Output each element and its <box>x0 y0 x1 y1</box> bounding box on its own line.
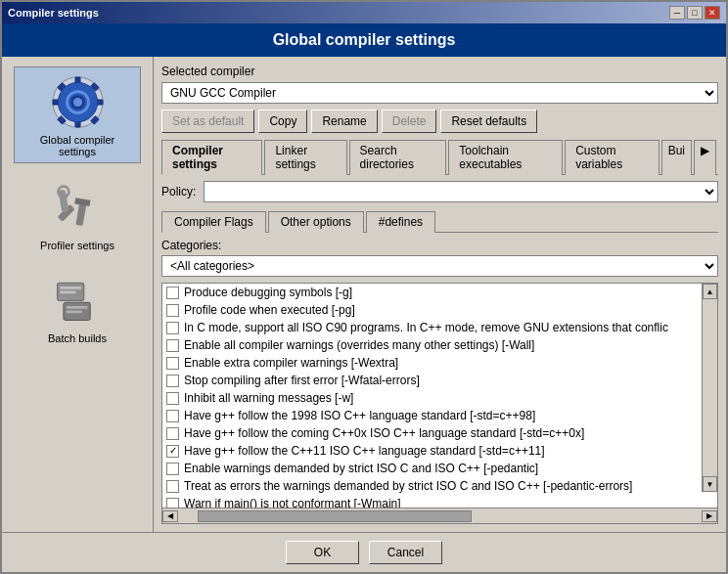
svg-rect-20 <box>60 290 75 293</box>
sidebar: Global compilersettings <box>2 57 154 532</box>
list-item[interactable]: Inhibit all warning messages [-w] <box>162 389 702 407</box>
tab-toolchain-executables[interactable]: Toolchain executables <box>448 140 563 175</box>
flag-label-pedanticerr: Treat as errors the warnings demanded by… <box>184 479 632 493</box>
set-as-default-button[interactable]: Set as default <box>161 110 254 133</box>
list-item[interactable]: Have g++ follow the C++11 ISO C++ langua… <box>162 442 702 460</box>
flag-checkbox-pedanticerr[interactable] <box>166 480 179 493</box>
tab-compiler-settings[interactable]: Compiler settings <box>161 140 262 175</box>
sub-tabs: Compiler Flags Other options #defines <box>161 210 718 233</box>
flag-label-wmain: Warn if main() is not conformant [-Wmain… <box>184 497 401 508</box>
flag-checkbox-wmain[interactable] <box>166 498 179 508</box>
scroll-up-button[interactable]: ▲ <box>703 284 717 299</box>
list-item[interactable]: Profile code when executed [-pg] <box>162 301 702 319</box>
compiler-select-section: Selected compiler GNU GCC Compiler <box>161 65 718 104</box>
categories-dropdown[interactable]: <All categories> <box>161 255 718 277</box>
categories-row: Categories: <All categories> <box>161 239 718 277</box>
cancel-button[interactable]: Cancel <box>369 541 442 564</box>
body-area: Global compilersettings <box>2 57 726 532</box>
sidebar-profiler-label: Profiler settings <box>40 240 114 251</box>
flag-label-profile: Profile code when executed [-pg] <box>184 303 355 317</box>
flag-label-cmode: In C mode, support all ISO C90 programs.… <box>184 321 668 334</box>
gear-icon <box>48 72 107 131</box>
scroll-left-button[interactable]: ◀ <box>162 510 178 522</box>
sub-tab-compiler-flags[interactable]: Compiler Flags <box>161 211 266 233</box>
page-title: Global compiler settings <box>2 23 726 57</box>
list-item[interactable]: Enable all compiler warnings (overrides … <box>162 336 702 354</box>
list-item[interactable]: Stop compiling after first error [-Wfata… <box>162 372 702 389</box>
selected-compiler-label: Selected compiler <box>161 65 718 78</box>
flag-checkbox-cpp0x[interactable] <box>166 427 179 440</box>
policy-row: Policy: <box>161 181 718 202</box>
flag-label-inhibit: Inhibit all warning messages [-w] <box>184 391 353 405</box>
flag-checkbox-fatalerr[interactable] <box>166 375 179 387</box>
sidebar-item-batch[interactable]: Batch builds <box>14 266 141 349</box>
tab-more[interactable]: Bui <box>661 140 692 175</box>
flag-label-cpp98: Have g++ follow the 1998 ISO C++ languag… <box>184 409 535 422</box>
flag-checkbox-inhibit[interactable] <box>166 392 179 405</box>
vertical-scrollbar[interactable]: ▲ ▼ <box>702 284 717 492</box>
policy-label: Policy: <box>161 185 196 199</box>
copy-button[interactable]: Copy <box>258 110 307 133</box>
window-content: Global compiler settings <box>2 23 726 572</box>
policy-dropdown[interactable] <box>204 181 718 202</box>
close-button[interactable]: ✕ <box>705 6 720 20</box>
sub-tab-defines[interactable]: #defines <box>366 211 435 233</box>
tab-custom-variables[interactable]: Custom variables <box>565 140 659 175</box>
rename-button[interactable]: Rename <box>311 110 377 133</box>
sidebar-item-global-compiler[interactable]: Global compilersettings <box>14 66 141 163</box>
flag-checkbox-pedantic[interactable] <box>166 463 179 475</box>
flag-label-pedantic: Enable warnings demanded by strict ISO C… <box>184 462 538 475</box>
tab-overflow[interactable]: ▶ <box>694 140 716 175</box>
flags-scroll-area: Produce debugging symbols [-g] Profile c… <box>162 284 717 508</box>
main-window: Compiler settings ─ □ ✕ Global compiler … <box>0 0 728 574</box>
svg-rect-19 <box>60 287 81 289</box>
list-item[interactable]: Enable warnings demanded by strict ISO C… <box>162 460 702 477</box>
footer: OK Cancel <box>2 532 726 572</box>
title-bar: Compiler settings ─ □ ✕ <box>2 2 726 23</box>
horizontal-scrollbar[interactable]: ◀ ▶ <box>162 508 717 523</box>
sidebar-batch-label: Batch builds <box>48 332 107 344</box>
svg-marker-17 <box>74 198 90 206</box>
list-item[interactable]: Have g++ follow the 1998 ISO C++ languag… <box>162 407 702 424</box>
list-item[interactable]: Have g++ follow the coming C++0x ISO C++… <box>162 424 702 442</box>
ok-button[interactable]: OK <box>286 541 359 564</box>
tab-search-directories[interactable]: Search directories <box>349 140 447 175</box>
svg-rect-23 <box>67 310 82 313</box>
tab-linker-settings[interactable]: Linker settings <box>264 140 346 175</box>
reset-defaults-button[interactable]: Reset defaults <box>440 110 537 133</box>
profiler-icon <box>48 178 107 237</box>
flag-checkbox-profile[interactable] <box>166 304 179 317</box>
flag-label-debug: Produce debugging symbols [-g] <box>184 286 352 299</box>
list-item[interactable]: Produce debugging symbols [-g] <box>162 284 702 301</box>
sub-tab-other-options[interactable]: Other options <box>268 211 364 233</box>
flag-checkbox-cpp11[interactable] <box>166 445 179 458</box>
h-scroll-thumb[interactable] <box>198 510 472 522</box>
scroll-right-button[interactable]: ▶ <box>702 510 717 522</box>
compiler-dropdown[interactable]: GNU GCC Compiler <box>161 82 718 104</box>
flag-checkbox-cpp98[interactable] <box>166 410 179 422</box>
compiler-dropdown-row: GNU GCC Compiler <box>161 82 718 104</box>
flag-label-allwarn: Enable all compiler warnings (overrides … <box>184 338 534 352</box>
flag-checkbox-cmode[interactable] <box>166 322 179 334</box>
flag-checkbox-allwarn[interactable] <box>166 339 179 352</box>
list-item[interactable]: Enable extra compiler warnings [-Wextra] <box>162 354 702 372</box>
batch-icon <box>48 271 107 330</box>
flags-content: Produce debugging symbols [-g] Profile c… <box>162 284 717 508</box>
list-item[interactable]: In C mode, support all ISO C90 programs.… <box>162 319 702 336</box>
sidebar-global-label: Global compilersettings <box>40 134 114 157</box>
maximize-button[interactable]: □ <box>687 6 703 20</box>
flag-label-fatalerr: Stop compiling after first error [-Wfata… <box>184 374 420 387</box>
toolbar-row: Set as default Copy Rename Delete Reset … <box>161 110 718 133</box>
sidebar-item-profiler[interactable]: Profiler settings <box>14 173 141 256</box>
flag-checkbox-debug[interactable] <box>166 287 179 299</box>
svg-point-12 <box>72 97 81 106</box>
flag-label-cpp11: Have g++ follow the C++11 ISO C++ langua… <box>184 444 545 458</box>
flag-checkbox-extrawarn[interactable] <box>166 357 179 370</box>
window-controls: ─ □ ✕ <box>669 6 720 20</box>
delete-button[interactable]: Delete <box>382 110 437 133</box>
scroll-down-button[interactable]: ▼ <box>703 476 717 492</box>
minimize-button[interactable]: ─ <box>669 6 685 20</box>
list-item[interactable]: Treat as errors the warnings demanded by… <box>162 477 702 495</box>
flag-label-extrawarn: Enable extra compiler warnings [-Wextra] <box>184 356 398 370</box>
list-item[interactable]: Warn if main() is not conformant [-Wmain… <box>162 495 702 508</box>
